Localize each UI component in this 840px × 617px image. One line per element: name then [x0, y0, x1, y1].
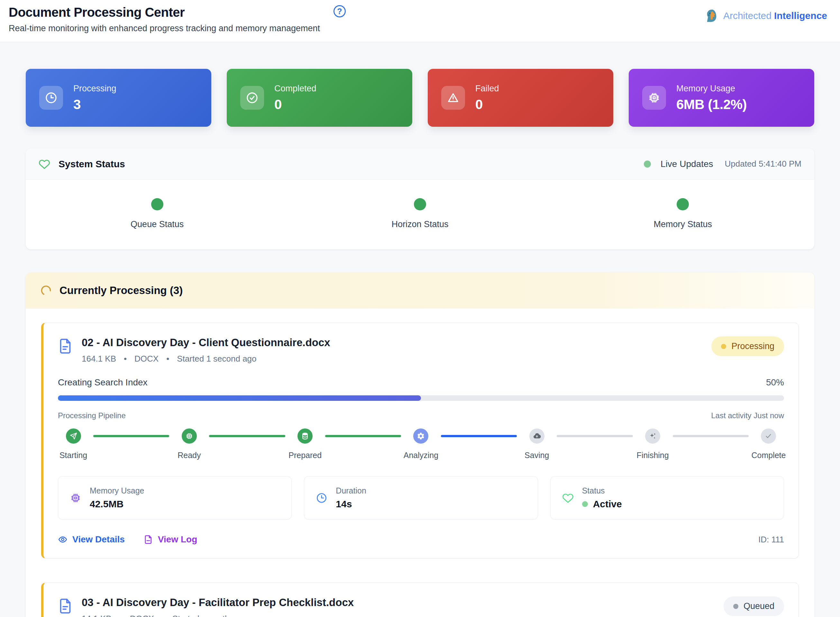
- pipeline-stage-analyzing: Analyzing: [405, 428, 436, 460]
- badge-dot-icon: [721, 344, 726, 349]
- document-footer: View Details View Log ID: 111: [58, 534, 784, 545]
- pipeline-stage-prepared: Prepared: [290, 428, 321, 460]
- brand-name: ArchitectedIntelligence: [723, 10, 827, 21]
- file-type: DOCX: [130, 614, 154, 617]
- clock-icon: [316, 492, 327, 504]
- metric-cards: Memory Usage 42.5MB Duration 14s Status: [58, 476, 784, 520]
- brand-logo: ArchitectedIntelligence: [704, 8, 827, 23]
- database-icon: [298, 428, 312, 444]
- stat-card-failed: Failed 0: [428, 69, 613, 127]
- live-dot-icon: [644, 161, 651, 168]
- updated-timestamp: Updated 5:41:40 PM: [725, 159, 802, 169]
- live-updates: Live Updates Updated 5:41:40 PM: [644, 159, 802, 169]
- progress-fill: [58, 396, 421, 401]
- document-meta: 14.1 KB • DOCX • Started recently: [82, 614, 354, 617]
- pipeline-stage-complete: Complete: [753, 428, 784, 460]
- indicator-memory-status: Memory Status: [551, 198, 814, 229]
- pipeline-connector: [325, 435, 401, 437]
- document-header: 02 - AI Discovery Day - Client Questionn…: [58, 337, 784, 364]
- pipeline-connector: [441, 435, 517, 437]
- pipeline-connector: [93, 435, 169, 437]
- pipeline-connector: [673, 435, 749, 437]
- file-icon: [58, 598, 73, 614]
- help-icon[interactable]: ?: [333, 5, 346, 18]
- stat-value: 0: [274, 97, 317, 112]
- document-title: 03 - AI Discovery Day - Facilitator Prep…: [82, 596, 354, 609]
- chip-icon: [642, 86, 666, 110]
- stat-value: 6MB (1.2%): [676, 97, 747, 112]
- document-header: 03 - AI Discovery Day - Facilitator Prep…: [58, 596, 784, 617]
- stat-value: 0: [475, 97, 499, 112]
- indicator-queue-status: Queue Status: [26, 198, 289, 229]
- indicator-horizon-status: Horizon Status: [289, 198, 551, 229]
- started-label: Started 1 second ago: [177, 354, 256, 364]
- document-card: 03 - AI Discovery Day - Facilitator Prep…: [41, 583, 799, 617]
- stat-card-processing: Processing 3: [26, 69, 211, 127]
- pipeline-stage-finishing: Finishing: [637, 428, 668, 460]
- status-dot-icon: [676, 198, 689, 210]
- meta-separator: •: [119, 614, 122, 617]
- view-details-button[interactable]: View Details: [58, 534, 125, 545]
- heart-icon: [562, 492, 574, 504]
- stat-label: Memory Usage: [676, 84, 747, 94]
- metric-duration: Duration 14s: [304, 476, 538, 520]
- pipeline-stage-starting: Starting: [58, 428, 89, 460]
- progress-bar: [58, 396, 784, 401]
- file-type: DOCX: [134, 354, 159, 364]
- current-stage-label: Creating Search Index: [58, 377, 147, 388]
- currently-processing-title: Currently Processing (3): [59, 284, 183, 297]
- status-badge: Queued: [724, 596, 784, 616]
- cloud-upload-icon: [529, 428, 544, 444]
- pipeline-stage-ready: Ready: [174, 428, 205, 460]
- document-list: 02 - AI Discovery Day - Client Questionn…: [26, 308, 814, 617]
- file-size: 14.1 KB: [82, 614, 112, 617]
- status-dot-icon: [151, 198, 164, 210]
- check-circle-icon: [240, 86, 264, 110]
- stat-label: Processing: [73, 84, 116, 94]
- sparkles-icon: [645, 428, 660, 444]
- meta-separator: •: [166, 354, 169, 364]
- check-icon: [761, 428, 776, 444]
- document-meta: 164.1 KB • DOCX • Started 1 second ago: [82, 354, 330, 364]
- stat-label: Failed: [475, 84, 499, 94]
- system-status-title: System Status: [59, 159, 125, 170]
- brand-head-icon: [704, 8, 719, 23]
- chip-icon: [182, 428, 197, 444]
- stat-card-memory: Memory Usage 6MB (1.2%): [629, 69, 814, 127]
- active-dot-icon: [582, 501, 588, 507]
- document-id: ID: 111: [758, 535, 784, 545]
- heart-icon: [38, 158, 50, 170]
- file-icon: [143, 535, 153, 544]
- progress-percent: 50%: [766, 377, 784, 388]
- live-updates-label: Live Updates: [660, 159, 713, 169]
- progress-block: Creating Search Index 50% Processing Pip…: [58, 377, 784, 420]
- send-icon: [66, 428, 81, 444]
- view-log-button[interactable]: View Log: [143, 534, 197, 545]
- file-icon: [58, 338, 73, 354]
- app-header: Document Processing Center Real-time mon…: [0, 0, 840, 42]
- alert-triangle-icon: [441, 86, 465, 110]
- system-status-card: System Status Live Updates Updated 5:41:…: [26, 149, 814, 249]
- stats-row: Processing 3 Completed 0 Failed 0 Memory…: [0, 42, 840, 127]
- pipeline-connector: [557, 435, 632, 437]
- meta-separator: •: [162, 614, 165, 617]
- pipeline-connector: [209, 435, 285, 437]
- metric-memory-usage: Memory Usage 42.5MB: [58, 476, 292, 520]
- status-badge: Processing: [711, 337, 784, 356]
- pipeline-label: Processing Pipeline: [58, 411, 126, 420]
- system-status-body: Queue Status Horizon Status Memory Statu…: [26, 180, 814, 249]
- processing-pipeline: Starting Ready Prepared: [58, 428, 784, 460]
- eye-icon: [58, 535, 68, 544]
- document-title: 02 - AI Discovery Day - Client Questionn…: [82, 337, 330, 349]
- metric-status: Status Active: [550, 476, 784, 520]
- spinner-icon: [40, 285, 52, 296]
- file-size: 164.1 KB: [82, 354, 116, 364]
- stat-label: Completed: [274, 84, 317, 94]
- stat-card-completed: Completed 0: [227, 69, 412, 127]
- chip-icon: [70, 492, 81, 504]
- status-dot-icon: [414, 198, 426, 210]
- stat-value: 3: [73, 97, 116, 112]
- system-status-header: System Status Live Updates Updated 5:41:…: [26, 149, 814, 180]
- currently-processing-header: Currently Processing (3): [26, 273, 814, 308]
- pipeline-stage-saving: Saving: [521, 428, 552, 460]
